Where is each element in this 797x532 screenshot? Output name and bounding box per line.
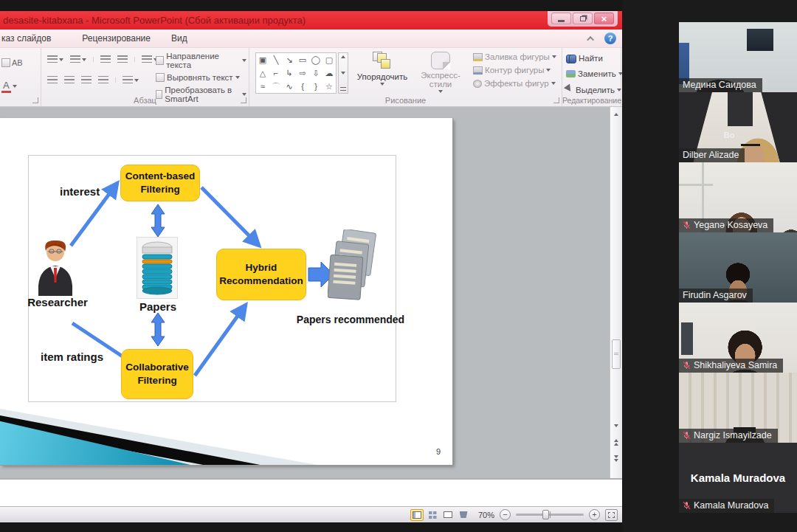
scroll-down-icon[interactable] bbox=[614, 424, 618, 427]
shape-outline-button[interactable]: Контур фигуры bbox=[471, 65, 559, 75]
participant-tile[interactable]: Bo Dilber Alizade bbox=[679, 92, 797, 162]
notes-pane[interactable] bbox=[0, 478, 622, 506]
dialog-launcher-icon[interactable] bbox=[553, 97, 559, 103]
dropdown-caret bbox=[552, 55, 556, 58]
participant-tile[interactable]: Yeganə Kosayeva bbox=[679, 162, 797, 232]
scroll-up-icon[interactable] bbox=[614, 113, 618, 116]
collapse-ribbon-icon[interactable] bbox=[587, 35, 594, 43]
vertical-scrollbar[interactable] bbox=[610, 107, 622, 478]
zoom-slider[interactable] bbox=[516, 514, 584, 516]
arrange-button[interactable]: Упорядочить bbox=[354, 52, 410, 86]
change-case-button[interactable]: АВ bbox=[1, 55, 24, 70]
muted-mic-icon bbox=[683, 361, 691, 370]
align-left-button[interactable] bbox=[46, 75, 59, 86]
align-text-button[interactable]: Выровнять текст bbox=[153, 72, 249, 83]
zoom-in-button[interactable]: + bbox=[589, 509, 600, 520]
minimize-button[interactable] bbox=[551, 13, 571, 24]
separator bbox=[134, 57, 135, 62]
shape-line-icon[interactable]: ╲ bbox=[269, 53, 283, 66]
justify-button[interactable] bbox=[97, 75, 110, 86]
gallery-scrollbar bbox=[338, 52, 348, 94]
shape-curve-icon[interactable]: ∿ bbox=[283, 80, 296, 93]
shape-block-arrow-down-icon[interactable]: ⇩ bbox=[309, 66, 322, 80]
align-left-icon bbox=[47, 76, 58, 84]
zoom-out-button[interactable]: − bbox=[500, 509, 511, 520]
increase-indent-icon bbox=[117, 55, 128, 63]
tab-review[interactable]: Рецензирование bbox=[72, 30, 161, 46]
tab-slideshow[interactable]: каз слайдов bbox=[0, 30, 61, 46]
participant-name-tag: Nargiz Ismayilzade bbox=[679, 429, 778, 443]
dropdown-caret bbox=[546, 69, 551, 72]
slide-sorter-button[interactable] bbox=[426, 509, 439, 521]
help-button[interactable]: ? bbox=[604, 32, 616, 44]
scrollbar-thumb[interactable] bbox=[612, 339, 621, 369]
shape-textbox-icon[interactable]: ▣ bbox=[256, 53, 269, 66]
participant-tile[interactable]: Медина Саидова bbox=[679, 22, 797, 92]
shape-brace-right-icon[interactable]: } bbox=[309, 80, 322, 93]
shape-rectangle-icon[interactable]: ▭ bbox=[296, 53, 309, 66]
shapes-gallery[interactable]: ▣ ╲ ↘ ▭ ◯ ▢ △ ⌐ ↳ ⇨ ⇩ ☁ ≈ ⌒ ∿ { } bbox=[255, 52, 337, 94]
find-button[interactable]: Найти bbox=[566, 54, 603, 63]
shape-brace-left-icon[interactable]: { bbox=[296, 80, 309, 93]
participant-name: Firudin Asgarov bbox=[683, 290, 747, 300]
shape-star-icon[interactable]: ☆ bbox=[322, 80, 336, 93]
quick-styles-button[interactable]: Экспресс-стили bbox=[412, 52, 469, 93]
shape-effects-button[interactable]: Эффекты фигур bbox=[471, 78, 559, 89]
previous-slide-button[interactable] bbox=[614, 439, 618, 446]
gallery-scroll-up-icon[interactable] bbox=[341, 55, 345, 58]
gallery-more-icon[interactable] bbox=[340, 87, 346, 91]
dropdown-caret bbox=[134, 79, 139, 82]
gallery-scroll-down-icon[interactable] bbox=[341, 72, 345, 75]
researcher-icon bbox=[33, 238, 77, 296]
content-based-filtering-box[interactable]: Content-based Filtering bbox=[120, 165, 200, 201]
participant-name: Shikhaliyeva Samira bbox=[694, 360, 777, 370]
decrease-indent-button[interactable] bbox=[99, 54, 112, 65]
shape-arc-icon[interactable]: ⌒ bbox=[269, 80, 283, 93]
hybrid-recommendation-box[interactable]: Hybrid Recommendation bbox=[216, 249, 306, 300]
shape-block-arrow-right-icon[interactable]: ⇨ bbox=[296, 66, 309, 80]
fit-to-window-button[interactable] bbox=[605, 509, 618, 521]
next-slide-button[interactable] bbox=[614, 455, 618, 462]
shape-elbow-icon[interactable]: ⌐ bbox=[269, 66, 283, 80]
select-button[interactable]: Выделить bbox=[566, 85, 621, 95]
shape-scribble-icon[interactable]: ≈ bbox=[256, 80, 269, 93]
normal-view-button[interactable] bbox=[410, 509, 424, 521]
align-center-button[interactable] bbox=[63, 75, 76, 86]
screen: desasite-kitabxana - Microsoft PowerPoin… bbox=[0, 0, 797, 532]
shape-fill-button[interactable]: Заливка фигуры bbox=[471, 52, 559, 62]
replace-button[interactable]: Заменить bbox=[566, 69, 623, 78]
shape-elbow-arrow-icon[interactable]: ↳ bbox=[283, 66, 296, 80]
restore-button[interactable] bbox=[573, 13, 593, 24]
close-button[interactable]: × bbox=[594, 13, 614, 24]
title-bar[interactable]: desasite-kitabxana - Microsoft PowerPoin… bbox=[0, 11, 622, 30]
slide[interactable]: Content-based Filtering Hybrid Recommend… bbox=[0, 118, 452, 465]
dialog-launcher-icon[interactable] bbox=[241, 97, 246, 103]
paragraph-group-label: Абзац bbox=[41, 96, 249, 105]
numbering-button[interactable] bbox=[69, 54, 88, 65]
shape-rounded-rect-icon[interactable]: ▢ bbox=[322, 53, 336, 66]
participant-tile[interactable]: Shikhaliyeva Samira bbox=[679, 303, 797, 373]
shape-oval-icon[interactable]: ◯ bbox=[309, 53, 322, 66]
shape-arrow-icon[interactable]: ↘ bbox=[283, 53, 296, 66]
reading-view-button[interactable] bbox=[441, 509, 455, 521]
font-color-button[interactable]: A bbox=[1, 79, 24, 94]
dialog-launcher-icon[interactable] bbox=[32, 97, 38, 103]
shape-triangle-icon[interactable]: △ bbox=[256, 66, 269, 80]
papers-label: Papers bbox=[131, 300, 185, 313]
zoom-slider-thumb[interactable] bbox=[542, 510, 549, 519]
bullets-button[interactable] bbox=[46, 54, 65, 65]
shape-cloud-icon[interactable]: ☁ bbox=[322, 66, 336, 80]
columns-button[interactable] bbox=[121, 75, 140, 86]
participant-tile[interactable]: Nargiz Ismayilzade bbox=[679, 373, 797, 443]
collaborative-filtering-box[interactable]: Collaborative Filtering bbox=[121, 349, 193, 399]
tab-view[interactable]: Вид bbox=[161, 30, 198, 46]
align-right-button[interactable] bbox=[80, 75, 93, 86]
increase-indent-button[interactable] bbox=[116, 54, 129, 65]
interest-label: interest bbox=[60, 185, 100, 198]
text-direction-button[interactable]: Направление текста bbox=[153, 51, 249, 70]
participant-tile-active-speaker[interactable]: Firudin Asgarov bbox=[679, 232, 797, 303]
find-label: Найти bbox=[579, 54, 603, 63]
slideshow-view-button[interactable] bbox=[457, 509, 470, 521]
dropdown-caret bbox=[617, 89, 621, 91]
participant-tile-video-off[interactable]: Kamala Muradova Kamala Muradova bbox=[679, 443, 797, 513]
